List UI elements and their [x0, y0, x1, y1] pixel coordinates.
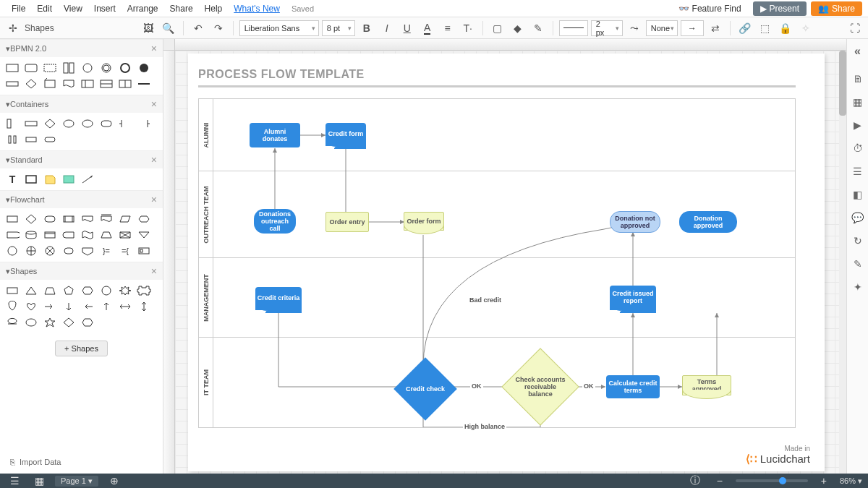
context-icon[interactable]: ✎ — [850, 256, 866, 272]
shape-item[interactable] — [23, 173, 39, 186]
zoom-slider[interactable] — [736, 479, 808, 482]
shape-item[interactable] — [23, 117, 39, 130]
menu-share[interactable]: Share — [164, 4, 199, 14]
shape-item[interactable] — [136, 244, 152, 257]
shape-item[interactable] — [80, 173, 95, 186]
shape-item[interactable] — [98, 61, 114, 74]
shape-item[interactable] — [42, 77, 58, 90]
shape-item[interactable] — [23, 300, 39, 313]
section-standard[interactable]: ▾ Standard× — [0, 151, 163, 168]
help-icon[interactable]: ⓘ — [686, 472, 704, 488]
shape-item[interactable] — [4, 133, 20, 146]
swimlane-label[interactable]: ALUMNI — [199, 99, 213, 171]
shape-item[interactable] — [117, 61, 133, 74]
image-icon[interactable]: 🖼 — [140, 20, 157, 37]
shape-item[interactable] — [117, 213, 133, 226]
shape-item[interactable] — [23, 77, 39, 90]
shape-item[interactable] — [136, 117, 152, 130]
shape-item[interactable] — [42, 213, 58, 226]
fullscreen-button[interactable]: ⛶ — [846, 20, 864, 37]
collapse-dock-icon[interactable]: « — [850, 43, 866, 59]
shape-item[interactable] — [42, 228, 58, 241]
shape-item[interactable] — [80, 61, 95, 74]
shape-item[interactable] — [61, 213, 77, 226]
node-credit-criteria[interactable]: Credit criteria — [255, 287, 302, 309]
node-order-form[interactable]: Order form — [404, 212, 444, 231]
revision-icon[interactable]: ↻ — [850, 233, 866, 249]
shape-item[interactable] — [4, 228, 20, 241]
shape-item[interactable] — [61, 300, 77, 313]
node-donation-approved[interactable]: Donation approved — [679, 211, 737, 233]
node-donations-outreach-call[interactable]: Donations outreach call — [254, 209, 296, 234]
shape-item[interactable] — [23, 244, 39, 257]
close-icon[interactable]: × — [151, 98, 157, 110]
shape-item[interactable] — [98, 77, 114, 90]
redo-button[interactable]: ↷ — [210, 20, 227, 37]
edge-label-bad-credit[interactable]: Bad credit — [468, 296, 503, 304]
present-panel-icon[interactable]: ▶ — [850, 117, 866, 133]
shape-item[interactable] — [42, 173, 58, 186]
section-containers[interactable]: ▾ Containers× — [0, 95, 163, 113]
close-icon[interactable]: × — [151, 265, 157, 277]
shape-item[interactable] — [61, 117, 77, 130]
shape-item[interactable] — [98, 284, 114, 297]
swimlane-label[interactable]: MANAGEMENT — [199, 258, 213, 337]
shape-item[interactable] — [4, 300, 20, 313]
outline-icon[interactable]: ☰ — [6, 472, 23, 488]
data-icon[interactable]: ◧ — [850, 187, 866, 202]
shape-item[interactable] — [61, 77, 77, 90]
shape-item[interactable] — [23, 133, 39, 146]
add-shapes-button[interactable]: + Shapes — [55, 341, 108, 356]
shape-item[interactable] — [4, 61, 20, 74]
menu-insert[interactable]: Insert — [88, 4, 122, 14]
line-route-button[interactable]: ⤳ — [626, 20, 643, 37]
shape-item[interactable] — [23, 61, 39, 74]
diagram-page[interactable]: PROCESS FLOW TEMPLATE ALUMNI OUTREACH TE… — [188, 53, 825, 471]
shape-item[interactable] — [136, 228, 152, 241]
shape-item[interactable] — [98, 300, 114, 313]
shape-item[interactable] — [136, 61, 152, 74]
italic-button[interactable]: I — [378, 20, 396, 37]
line-end-select[interactable]: → — [681, 20, 704, 36]
font-family-select[interactable]: Liberation Sans — [239, 20, 319, 36]
menu-whats-new[interactable]: What's New — [228, 4, 286, 14]
undo-button[interactable]: ↶ — [190, 20, 207, 37]
shape-item[interactable] — [42, 133, 58, 146]
ai-icon[interactable]: ✦ — [850, 279, 866, 295]
shapes-panel-toggle[interactable]: ✢ — [4, 20, 22, 37]
section-shapes[interactable]: ▾ Shapes× — [0, 262, 163, 280]
chat-icon[interactable]: 💬 — [850, 210, 866, 226]
underline-button[interactable]: U — [399, 20, 416, 37]
zoom-out-icon[interactable]: − — [711, 472, 728, 488]
shape-item[interactable] — [136, 284, 152, 297]
text-options-button[interactable]: T· — [459, 20, 477, 37]
shape-item[interactable] — [4, 117, 20, 130]
swimlane-label[interactable]: IT TEAM — [199, 338, 213, 427]
shape-item[interactable] — [61, 244, 77, 257]
page-tab[interactable]: Page 1 ▾ — [55, 476, 98, 487]
shape-item[interactable] — [117, 284, 133, 297]
notes-icon[interactable]: 🗎 — [850, 71, 866, 87]
line-width-select[interactable]: 2 px — [591, 20, 623, 36]
shape-item[interactable] — [136, 77, 152, 90]
border-color-button[interactable]: ✎ — [529, 20, 547, 37]
node-calculate-credit-terms[interactable]: Calculate credit terms — [606, 375, 660, 398]
shape-item[interactable] — [117, 77, 133, 90]
fill-color-button[interactable]: ◆ — [509, 20, 527, 37]
shape-item[interactable] — [4, 316, 20, 329]
text-color-button[interactable]: A — [419, 20, 436, 37]
section-bpmn[interactable]: ▾ BPMN 2.0× — [0, 40, 163, 57]
zoom-in-icon[interactable]: + — [815, 472, 833, 488]
vertical-scrollbar[interactable] — [839, 51, 846, 474]
shape-item[interactable] — [80, 300, 95, 313]
shape-item[interactable] — [42, 244, 58, 257]
shape-item[interactable] — [117, 117, 133, 130]
shape-item[interactable] — [98, 228, 114, 241]
shape-item[interactable]: }= — [98, 244, 114, 257]
menu-edit[interactable]: Edit — [31, 4, 58, 14]
layers-icon[interactable]: ☰ — [850, 163, 866, 179]
shape-item[interactable] — [80, 316, 95, 329]
shape-item[interactable] — [136, 300, 152, 313]
line-start-select[interactable]: None — [646, 20, 678, 36]
shape-item[interactable] — [136, 213, 152, 226]
